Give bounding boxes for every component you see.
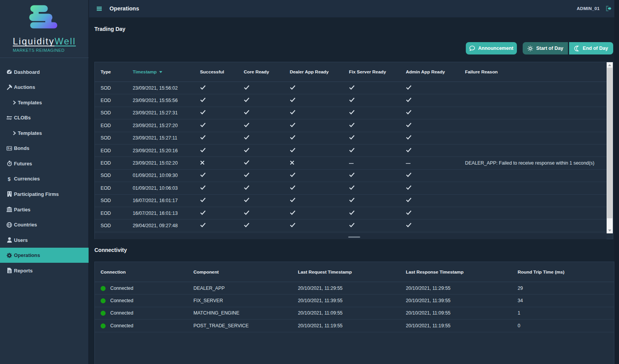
svg-text:$: $ <box>8 176 11 182</box>
svg-text:$: $ <box>8 147 9 150</box>
